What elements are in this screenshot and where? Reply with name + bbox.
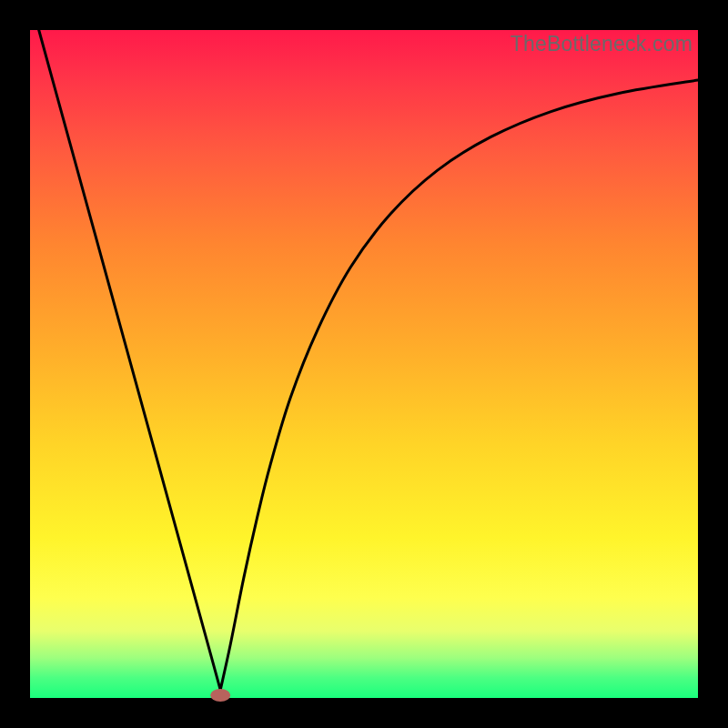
curve-group <box>34 10 698 702</box>
curve-right-branch <box>220 80 698 690</box>
curve-left-branch <box>34 10 221 690</box>
chart-frame: TheBottleneck.com <box>0 0 728 728</box>
minimum-marker <box>210 689 230 702</box>
watermark-text: TheBottleneck.com <box>511 32 693 56</box>
chart-svg <box>0 0 728 728</box>
